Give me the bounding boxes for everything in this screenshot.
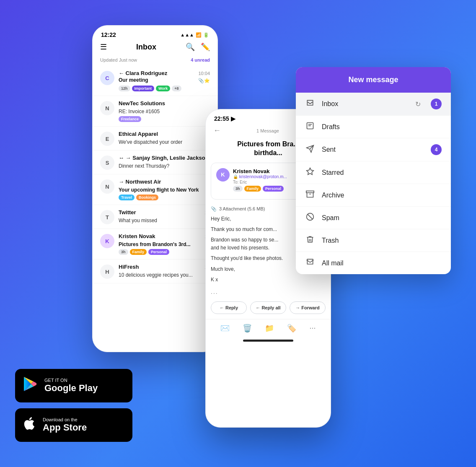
google-play-button[interactable]: GET IT ON Google Play bbox=[15, 369, 132, 402]
email-row-ethical[interactable]: E Ethical Apparel We've dispatched your … bbox=[93, 127, 217, 150]
subject-clara: Our meeting bbox=[119, 77, 148, 83]
app-store-label-large: App Store bbox=[43, 422, 87, 433]
google-play-icon bbox=[22, 376, 39, 396]
menu-item-spam[interactable]: Spam bbox=[296, 207, 451, 229]
tag-important: Important bbox=[132, 86, 155, 91]
phone2-time: 22:55 ▶ bbox=[214, 115, 235, 122]
trash-nav-icon[interactable]: 🗑️ bbox=[243, 324, 252, 333]
search-icon[interactable]: 🔍 bbox=[186, 42, 195, 52]
menu-item-drafts[interactable]: Drafts bbox=[296, 116, 451, 138]
email-content-sanjay: ↔ → Sanjay Singh, Leslie Jackso... Dinne… bbox=[119, 155, 210, 169]
email-row-kristen[interactable]: K Kristen Novak 17 Pictures from Brandon… bbox=[93, 229, 217, 259]
body-sign2: K x bbox=[211, 276, 326, 284]
unread-count: 4 unread bbox=[191, 57, 210, 62]
time: 12:22 bbox=[101, 31, 116, 38]
archive-menu-label: Archive bbox=[322, 192, 442, 199]
email-row-hifresh[interactable]: H HiFresh 17 10 delicious veggie recipes… bbox=[93, 259, 217, 283]
drafts-menu-icon bbox=[305, 122, 315, 132]
refresh-icon[interactable]: ↻ bbox=[415, 100, 421, 108]
avatar-kristen: K bbox=[100, 234, 114, 248]
avatar-hifresh: H bbox=[100, 265, 114, 279]
phone-inbox: 12:22 ▲▲▲ 📶 🔋 ☰ Inbox 🔍 ✏️ Updated Just … bbox=[92, 25, 218, 352]
menu-item-trash[interactable]: Trash bbox=[296, 229, 451, 252]
compose-icon[interactable]: ✏️ bbox=[201, 42, 210, 52]
attachment-text: 3 Attachment (5.6 MB) bbox=[219, 206, 265, 211]
card-tag-family: Family bbox=[244, 186, 261, 192]
email-content-twitter: Twitter 18 What you missed bbox=[119, 209, 210, 224]
email-row-northwest[interactable]: N → Northwest Air Y Your upcoming flight… bbox=[93, 174, 217, 205]
svg-marker-5 bbox=[307, 168, 314, 175]
spam-menu-label: Spam bbox=[322, 214, 442, 222]
bottom-nav: ✉️ 🗑️ 📁 🏷️ ··· bbox=[206, 319, 331, 337]
email-row-twitter[interactable]: T Twitter 18 What you missed bbox=[93, 205, 217, 229]
folder-nav-icon[interactable]: 📁 bbox=[265, 324, 274, 333]
tag-nav-icon[interactable]: 🏷️ bbox=[287, 324, 296, 333]
inbox-header: ☰ Inbox 🔍 ✏️ bbox=[93, 41, 217, 56]
inbox-menu-icon bbox=[305, 99, 315, 109]
tag-personal: Personal bbox=[148, 249, 169, 255]
status-bar: 12:22 ▲▲▲ 📶 🔋 bbox=[93, 26, 217, 41]
app-store-text: Download on the App Store bbox=[43, 417, 87, 433]
avatar-sanjay: S bbox=[100, 156, 114, 170]
email-content-hifresh: HiFresh 17 10 delicious veggie recipes y… bbox=[119, 264, 210, 278]
time-clara: 10:04 bbox=[198, 71, 210, 76]
sender-kristen: Kristen Novak bbox=[119, 233, 155, 239]
menu-icon[interactable]: ☰ bbox=[100, 42, 107, 52]
svg-rect-6 bbox=[306, 191, 314, 193]
tag-3h: 3h bbox=[119, 249, 128, 255]
menu-item-sent[interactable]: Sent 4 bbox=[296, 138, 451, 161]
reply-all-button[interactable]: ← Reply all bbox=[250, 301, 286, 314]
card-tag-personal: Personal bbox=[263, 186, 284, 192]
starred-menu-icon bbox=[305, 167, 315, 178]
sender-sanjay: ↔ → Sanjay Singh, Leslie Jackso... bbox=[119, 155, 210, 161]
svg-line-9 bbox=[308, 214, 313, 219]
google-play-text: GET IT ON Google Play bbox=[44, 378, 98, 394]
subject-newtec: RE: Invoice #1605 bbox=[119, 109, 160, 114]
email-content-northwest: → Northwest Air Y Your upcoming flight t… bbox=[119, 179, 210, 200]
tag-travel: Travel bbox=[119, 195, 135, 200]
sidebar-menu: New message Inbox ↻ 1 Drafts Sent 4 bbox=[296, 67, 451, 274]
avatar-newtec: N bbox=[100, 101, 114, 115]
sent-menu-label: Sent bbox=[322, 146, 424, 153]
email-content-ethical: Ethical Apparel We've dispatched your or… bbox=[119, 131, 210, 145]
archive-menu-icon bbox=[305, 190, 315, 200]
back-icon[interactable]: ← bbox=[213, 126, 221, 135]
icons-clara: 📎⭐ bbox=[198, 78, 210, 83]
menu-item-starred[interactable]: Starred bbox=[296, 161, 451, 184]
menu-item-archive[interactable]: Archive bbox=[296, 184, 451, 207]
avatar-clara: C bbox=[100, 71, 114, 85]
sent-menu-icon bbox=[305, 145, 315, 155]
tag-more: +8 bbox=[172, 86, 181, 91]
menu-item-allmail[interactable]: All mail bbox=[296, 252, 451, 274]
sender-clara: ← Clara Rodriguez bbox=[119, 70, 167, 76]
email-row-clara[interactable]: C ← Clara Rodriguez 10:04 Our meeting 📎⭐… bbox=[93, 66, 217, 96]
sender-twitter: Twitter bbox=[119, 209, 136, 215]
more-nav-icon[interactable]: ··· bbox=[309, 324, 316, 332]
new-message-button[interactable]: New message bbox=[296, 67, 451, 93]
google-play-label-small: GET IT ON bbox=[44, 378, 98, 383]
card-tag-3h: 3h bbox=[233, 186, 243, 192]
menu-item-inbox[interactable]: Inbox ↻ 1 bbox=[296, 93, 451, 116]
subject-sanjay: Dinner next Thursday? bbox=[119, 163, 169, 169]
inbox-title: Inbox bbox=[136, 43, 156, 52]
apple-icon bbox=[22, 416, 37, 435]
email-row-sanjay[interactable]: S ↔ → Sanjay Singh, Leslie Jackso... Din… bbox=[93, 150, 217, 174]
sent-badge: 4 bbox=[431, 144, 442, 155]
app-store-button[interactable]: Download on the App Store bbox=[15, 408, 132, 442]
ellipsis-row: ··· bbox=[206, 288, 331, 298]
trash-menu-label: Trash bbox=[322, 237, 442, 244]
email-row-newtec[interactable]: N NewTec Solutions RE: Invoice #1605 Fre… bbox=[93, 96, 217, 127]
forward-button[interactable]: → Forward bbox=[290, 301, 326, 314]
tag-work: Work bbox=[156, 86, 170, 91]
tag-12h: 12h bbox=[119, 86, 130, 91]
subject-hifresh: 10 delicious veggie recipes you... bbox=[119, 272, 193, 278]
subject-twitter: What you missed bbox=[119, 218, 157, 223]
reply-button[interactable]: ← Reply bbox=[211, 301, 247, 314]
sender-ethical: Ethical Apparel bbox=[119, 131, 158, 137]
action-buttons: ← Reply ← Reply all → Forward bbox=[206, 298, 331, 319]
status-icons: ▲▲▲ 📶 🔋 bbox=[180, 32, 209, 38]
tag-freelance: Freelance bbox=[119, 116, 141, 122]
email-card-avatar: K bbox=[216, 168, 230, 182]
mail-nav-icon[interactable]: ✉️ bbox=[220, 324, 230, 333]
app-store-label-small: Download on the bbox=[43, 417, 87, 422]
